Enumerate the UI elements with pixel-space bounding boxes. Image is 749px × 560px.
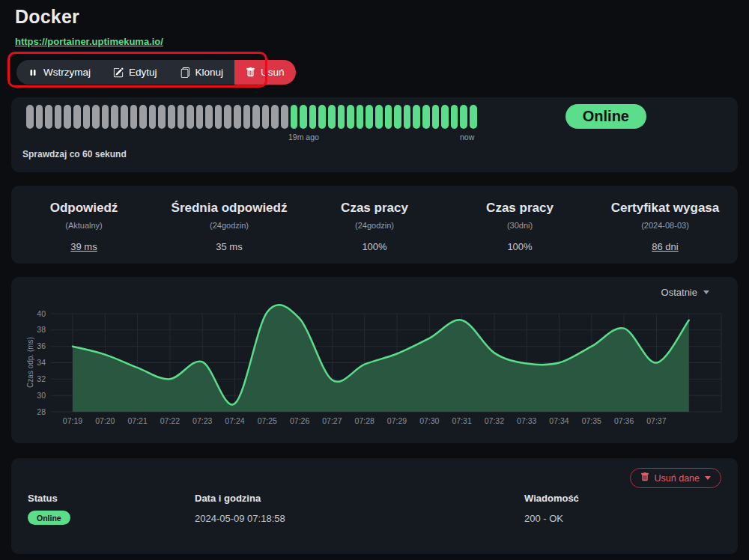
heartbeat-green[interactable] [385, 105, 392, 129]
event-datetime: 2024-05-09 07:18:58 [195, 513, 285, 524]
heartbeat-gray[interactable] [36, 105, 43, 129]
heartbeat-green[interactable] [300, 105, 307, 129]
heartbeat-green[interactable] [375, 105, 383, 129]
heartbeat-gray[interactable] [73, 105, 81, 129]
heartbeat-gray[interactable] [178, 105, 185, 129]
svg-text:Czas odp. (ms): Czas odp. (ms) [26, 337, 34, 388]
svg-text:07:29: 07:29 [387, 416, 407, 425]
heartbeat-gray[interactable] [224, 105, 231, 129]
svg-text:07:23: 07:23 [192, 416, 212, 425]
svg-text:28: 28 [37, 407, 46, 416]
heartbeat-gray[interactable] [205, 105, 213, 129]
trash-icon [640, 472, 649, 484]
svg-text:07:24: 07:24 [225, 416, 244, 425]
heartbeat-green[interactable] [394, 105, 401, 129]
heartbeat-gray[interactable] [187, 105, 194, 129]
delete-data-label: Usuń dane [655, 473, 700, 484]
heartbeat-end-time: now [460, 133, 474, 141]
heartbeat-gray[interactable] [121, 105, 128, 129]
stat-value: 35 ms [157, 241, 302, 252]
check-interval-note: Sprawdzaj co 60 sekund [22, 149, 127, 159]
monitor-toolbar: Wstrzymaj Edytuj Klonuj Usuń [16, 60, 296, 85]
svg-text:07:28: 07:28 [355, 416, 374, 425]
stat-subtitle: (24godzin) [157, 221, 302, 230]
heartbeat-gray[interactable] [130, 105, 138, 129]
chart-period-label: Ostatnie [661, 287, 697, 298]
heartbeat-bar[interactable] [26, 105, 477, 129]
heartbeat-gray[interactable] [55, 105, 62, 129]
heartbeat-green[interactable] [413, 105, 420, 129]
heartbeat-green[interactable] [357, 105, 364, 129]
heartbeat-gray[interactable] [83, 105, 91, 129]
heartbeat-gray[interactable] [26, 105, 34, 129]
delete-data-button[interactable]: Usuń dane [630, 468, 721, 488]
stat-value: 100% [447, 241, 592, 252]
svg-text:07:31: 07:31 [452, 416, 471, 425]
edit-button[interactable]: Edytuj [102, 60, 169, 85]
column-header-message: Wiadomość [524, 493, 579, 504]
stat-value[interactable]: 39 ms [11, 241, 157, 252]
heartbeat-gray[interactable] [234, 105, 241, 129]
heartbeat-gray[interactable] [92, 105, 100, 129]
svg-text:07:32: 07:32 [485, 416, 504, 425]
heartbeat-gray[interactable] [158, 105, 166, 129]
heartbeat-gray[interactable] [111, 105, 118, 129]
heartbeat-gray[interactable] [271, 105, 279, 129]
monitor-url-link[interactable]: https://portainer.uptimekuma.io/ [15, 36, 163, 47]
svg-text:07:30: 07:30 [419, 416, 439, 425]
stat-title: Odpowiedź [11, 201, 157, 216]
svg-text:38: 38 [37, 325, 46, 334]
chart-period-dropdown[interactable]: Ostatnie [661, 287, 709, 298]
heartbeat-green[interactable] [441, 105, 449, 129]
clone-button[interactable]: Klonuj [169, 60, 235, 85]
heartbeat-gray[interactable] [168, 105, 175, 129]
heartbeat-green[interactable] [318, 105, 326, 129]
stat-value[interactable]: 86 dni [592, 241, 738, 252]
heartbeat-gray[interactable] [262, 105, 270, 129]
heartbeat-gray[interactable] [139, 105, 147, 129]
heartbeat-gray[interactable] [215, 105, 222, 129]
page-title: Docker [15, 6, 79, 28]
chevron-down-icon [703, 290, 709, 294]
heartbeat-gray[interactable] [252, 105, 260, 129]
svg-text:07:25: 07:25 [258, 416, 277, 425]
pause-button[interactable]: Wstrzymaj [16, 60, 102, 85]
svg-text:07:36: 07:36 [614, 416, 634, 425]
heartbeat-gray[interactable] [196, 105, 204, 129]
heartbeat-green[interactable] [366, 105, 373, 129]
heartbeat-green[interactable] [432, 105, 440, 129]
svg-text:07:19: 07:19 [63, 416, 82, 425]
delete-button[interactable]: Usuń [234, 60, 296, 85]
heartbeat-green[interactable] [422, 105, 430, 129]
clone-button-label: Klonuj [195, 67, 224, 78]
svg-text:34: 34 [37, 358, 46, 367]
stats-card: Odpowiedź (Aktualny) 39 ms Średnia odpow… [11, 186, 738, 264]
heartbeat-green[interactable] [338, 105, 345, 129]
heartbeat-green[interactable] [460, 105, 467, 129]
edit-icon [113, 67, 124, 78]
heartbeat-gray[interactable] [45, 105, 52, 129]
stat-avg-response: Średnia odpowiedź (24godzin) 35 ms [157, 186, 302, 264]
heartbeat-green[interactable] [470, 105, 477, 129]
svg-text:07:37: 07:37 [646, 416, 666, 425]
heartbeat-gray[interactable] [64, 105, 71, 129]
trash-icon [246, 67, 255, 77]
svg-text:07:35: 07:35 [582, 416, 601, 425]
stat-title: Certyfikat wygasa [592, 201, 738, 216]
monitor-details-page: Docker https://portainer.uptimekuma.io/ … [0, 0, 749, 560]
heartbeat-gray[interactable] [149, 105, 157, 129]
heartbeat-gray[interactable] [281, 105, 288, 129]
heartbeat-green[interactable] [404, 105, 411, 129]
heartbeat-green[interactable] [347, 105, 354, 129]
stat-subtitle: (24godzin) [302, 221, 447, 230]
svg-text:07:34: 07:34 [549, 416, 568, 425]
svg-text:32: 32 [37, 374, 46, 383]
heartbeat-green[interactable] [451, 105, 458, 129]
svg-text:07:22: 07:22 [160, 416, 180, 425]
heartbeat-gray[interactable] [243, 105, 251, 129]
heartbeat-green[interactable] [309, 105, 317, 129]
heartbeat-gray[interactable] [102, 105, 109, 129]
heartbeat-green[interactable] [328, 105, 336, 129]
heartbeat-green[interactable] [291, 105, 298, 129]
response-time-chart[interactable]: 2830323436384007:1907:2007:2107:2207:230… [11, 304, 738, 437]
